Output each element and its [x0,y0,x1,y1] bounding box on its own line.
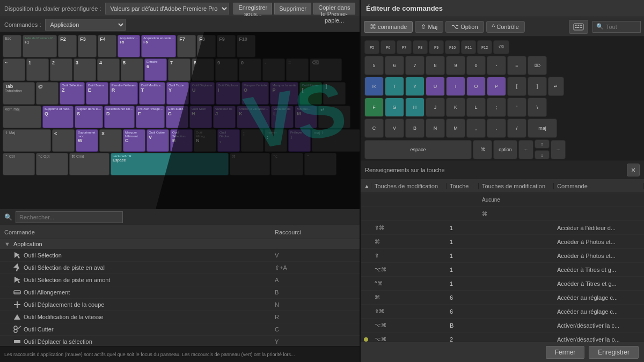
key-1[interactable]: 1 [26,58,49,81]
key-j[interactable]: Variateur deJ [213,106,236,128]
key-f3[interactable]: F3 [78,35,97,57]
rkey-P[interactable]: P [487,77,506,96]
rkey-O[interactable]: O [466,77,486,96]
rkey-I[interactable]: I [446,77,465,96]
key-i[interactable]: Outil DéplacerI [216,82,240,105]
rkey-8[interactable]: 8 [426,56,445,75]
key-p[interactable]: Marquer la sortieP [270,82,298,105]
cmd-group-application[interactable]: ▼ Application [0,239,360,249]
key-8[interactable]: 8 [192,58,214,81]
key-enter[interactable]: ↵ [318,106,350,128]
key-opt-left[interactable]: ⌥ Opt [36,153,68,175]
rkey-arrow-left[interactable]: ← [518,140,533,159]
st-row-9[interactable]: ⌥⌘ B Activer/désactiver la c... [361,319,644,333]
rkey-backspace-fn[interactable]: ⌫ [493,40,509,54]
key-f6[interactable]: Acquisition en série...F6 [141,35,176,57]
rkey-f8[interactable]: F8 [413,40,428,54]
key-0[interactable]: 0 [239,58,261,81]
rkey-K[interactable]: K [446,98,465,117]
st-row-5[interactable]: ⌥⌘ 1 Accéder à Titres et g... [361,263,644,277]
key-f1[interactable]: Aide de Premiere P...F1 [23,35,57,57]
key-f8[interactable]: F8 [197,35,216,57]
cmd-item-cutter[interactable]: Outil Cutter C [0,323,360,336]
key-y[interactable]: Outil TexteY [166,82,189,105]
key-f9[interactable]: F9 [217,35,236,57]
rkey-N[interactable]: N [426,119,445,138]
close-button[interactable]: Fermer [546,346,585,359]
key-g[interactable]: Gain audio...G [166,106,188,128]
key-7[interactable]: 7 [168,58,191,81]
st-row-10[interactable]: ⌥⌘ 2 Activer/désactiver la p... [361,333,644,342]
rkey-9[interactable]: 9 [446,56,465,75]
key-f[interactable]: Trouver l'image...F [136,106,165,128]
cmd-item-stretch[interactable]: Outil Allongement B [0,286,360,299]
key-info-close-button[interactable]: × [627,164,640,176]
key-shift-left[interactable]: ⇧ Maj [3,129,51,152]
key-opt-right[interactable]: ⌥ [271,153,303,175]
mod-tab-command[interactable]: ⌘ commande [364,21,413,33]
rkey-arrow-down[interactable]: ↓ [535,150,550,159]
st-row-1[interactable]: ⌘ [361,207,644,221]
rkey-0[interactable]: 0 [466,56,486,75]
key-5[interactable]: 5 [121,58,143,81]
rkey-slash[interactable]: / [507,119,526,138]
rkey-f12[interactable]: F12 [477,40,492,54]
preset-select[interactable]: Valeurs par défaut d'Adobe Premiere Pro [105,3,229,14]
rkey-R[interactable]: R [364,77,384,96]
rkey-5[interactable]: 5 [364,56,384,75]
key-colon[interactable]: Insérer: [265,129,287,152]
rkey-T[interactable]: T [385,77,404,96]
key-tab[interactable]: TabTabulation [3,82,35,105]
key-o[interactable]: Marquer l'entréeO [241,82,269,105]
rkey-F[interactable]: F [364,98,384,117]
key-6[interactable]: Extraire6 [144,58,167,81]
right-search-input[interactable] [606,24,638,30]
st-row-6[interactable]: ^⌘ 1 Acoéder à Titres et g... [361,277,644,291]
key-c[interactable]: Marquer l'élémentC [123,129,145,152]
mod-tab-option[interactable]: ⌥ Option [445,21,484,33]
rkey-H[interactable]: H [405,98,425,117]
rkey-J[interactable]: J [426,98,445,117]
key-m[interactable]: Marque...M [295,106,317,128]
rkey-enter[interactable]: ↵ [548,77,564,96]
key-semi[interactable]: ; [241,129,264,152]
rkey-del[interactable]: ⌦ [528,56,547,75]
key-at[interactable]: @ [36,82,58,105]
rkey-Y[interactable]: Y [405,77,425,96]
key-z[interactable]: Outil SélectionZ [60,82,85,105]
rkey-G[interactable]: G [385,98,404,117]
key-bracket-close[interactable]: ] [323,82,346,105]
key-4[interactable]: 4 [97,58,120,81]
copy-preset-button[interactable]: Copier dans le Presse-papie... [313,3,355,14]
key-9[interactable]: 9 [215,58,238,81]
mod-tab-control[interactable]: ^ Contrôle [486,21,525,33]
cmd-item-track-up[interactable]: Outil Sélection de piste en amont A [0,274,360,286]
rkey-f9[interactable]: F9 [429,40,444,54]
rkey-option-r[interactable]: option [493,140,517,159]
command-search-input[interactable] [16,211,123,223]
rkey-M[interactable]: M [446,119,465,138]
key-n[interactable]: Outil Allong...N [194,129,216,152]
rkey-U[interactable]: U [426,77,445,96]
rkey-arrow-right[interactable]: → [551,140,566,159]
key-shift-right[interactable]: maj ⇧ [312,129,360,152]
rkey-f7[interactable]: F7 [397,40,412,54]
key-escape[interactable]: Esc [3,35,21,57]
st-row-2[interactable]: ⇧⌘ 1 Accéder à l'éditeur d... [361,221,644,235]
rkey-quote[interactable]: ' [507,98,526,117]
rkey-6[interactable]: 6 [385,56,404,75]
key-h[interactable]: Outil MainH [189,106,212,128]
save-preset-button[interactable]: Enregistrer sous... [233,3,272,14]
key-minus[interactable]: - [262,58,285,81]
st-row-7[interactable]: ⌘ 6 Accéder au réglage c... [361,291,644,305]
rkey-arrow-up[interactable]: ↑ [535,139,550,149]
key-2[interactable]: 2 [50,58,72,81]
key-r[interactable]: Etendre l'élémenR [109,82,138,105]
key-equal[interactable]: = [286,58,309,81]
rkey-C[interactable]: C [364,119,384,138]
key-d[interactable]: Sélection ner l'él...D [104,106,135,128]
key-w[interactable]: Supprime et racc...W [76,129,98,152]
key-ctrl-right[interactable]: ⌃ [304,153,336,175]
key-tilde[interactable]: ~ [3,58,25,81]
th-sort[interactable]: ▲ [361,183,371,189]
